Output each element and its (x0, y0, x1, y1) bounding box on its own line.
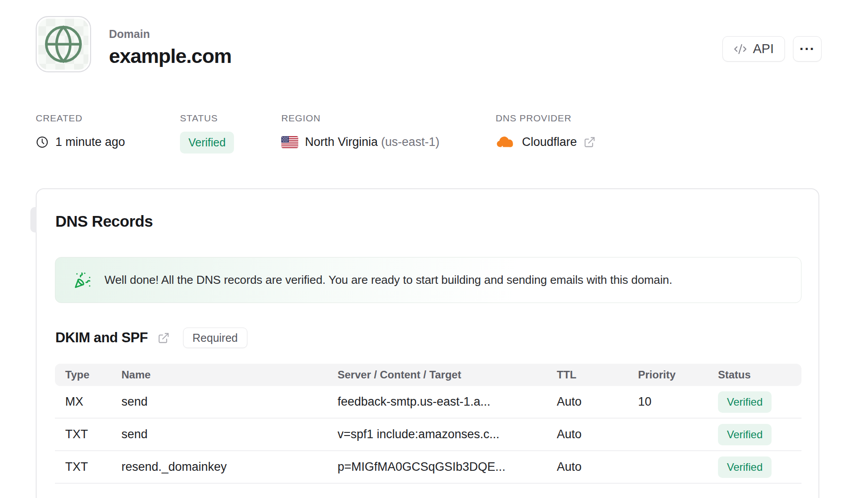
record-ttl: Auto (557, 427, 638, 441)
dkim-spf-title: DKIM and SPF (55, 330, 148, 346)
created-label: CREATED (36, 113, 125, 124)
success-banner-text: Well done! All the DNS records are verif… (104, 273, 672, 287)
status-label: STATUS (180, 113, 234, 124)
dns-provider-value[interactable]: Cloudflare (522, 135, 577, 149)
record-name: resend._domainkey (121, 460, 338, 474)
created-value: 1 minute ago (55, 135, 125, 149)
table-row: MX send feedback-smtp.us-east-1.a... Aut… (55, 386, 801, 419)
page-header: Domain example.com API ··· (36, 16, 822, 72)
globe-icon (43, 24, 84, 65)
party-popper-icon (74, 272, 91, 289)
record-status-badge: Verified (718, 456, 772, 478)
record-status-badge: Verified (718, 424, 772, 445)
status-badge: Verified (180, 132, 234, 154)
domain-meta: CREATED 1 minute ago STATUS Verified REG… (36, 113, 820, 162)
col-priority: Priority (638, 369, 718, 381)
record-name: send (121, 395, 338, 409)
page-title: example.com (109, 45, 231, 68)
col-status: Status (718, 369, 791, 381)
success-banner: Well done! All the DNS records are verif… (55, 257, 801, 303)
dns-records-title: DNS Records (55, 212, 153, 230)
record-content[interactable]: feedback-smtp.us-east-1.a... (338, 395, 557, 409)
record-type: MX (65, 395, 121, 409)
region-value: North Virginia (us-east-1) (305, 135, 439, 149)
record-ttl: Auto (557, 460, 638, 474)
col-ttl: TTL (557, 369, 638, 381)
external-link-icon[interactable] (158, 332, 170, 344)
meta-region: REGION (281, 113, 439, 149)
dns-records-table: Type Name Server / Content / Target TTL … (55, 364, 801, 484)
col-name: Name (121, 369, 338, 381)
record-name: send (121, 427, 338, 441)
meta-status: STATUS Verified (180, 113, 234, 154)
region-label: REGION (281, 113, 439, 124)
code-icon (734, 42, 747, 56)
record-type: TXT (65, 427, 121, 441)
api-button-label: API (753, 42, 774, 56)
section-indicator-tab (30, 207, 37, 232)
table-header-row: Type Name Server / Content / Target TTL … (55, 364, 801, 386)
dkim-spf-section-header: DKIM and SPF Required (55, 328, 247, 348)
domain-avatar (36, 16, 91, 72)
required-badge: Required (183, 328, 247, 348)
record-ttl: Auto (557, 395, 638, 409)
record-content[interactable]: v=spf1 include:amazonses.c... (338, 427, 557, 441)
us-flag-icon (281, 136, 298, 148)
external-link-icon[interactable] (584, 136, 596, 148)
region-code: (us-east-1) (381, 135, 440, 149)
col-content: Server / Content / Target (338, 369, 557, 381)
meta-dns-provider: DNS PROVIDER Cloudflare (496, 113, 596, 149)
table-row: TXT send v=spf1 include:amazonses.c... A… (55, 419, 801, 451)
record-type: TXT (65, 460, 121, 474)
record-content[interactable]: p=MIGfMA0GCSqGSIb3DQE... (338, 460, 557, 474)
table-row: TXT resend._domainkey p=MIGfMA0GCSqGSIb3… (55, 451, 801, 484)
header-actions: API ··· (722, 36, 822, 62)
cloudflare-icon (496, 136, 515, 149)
more-options-button[interactable]: ··· (793, 36, 822, 62)
clock-icon (36, 136, 49, 149)
domain-identity: Domain example.com (36, 16, 231, 72)
meta-created: CREATED 1 minute ago (36, 113, 125, 149)
dns-provider-label: DNS PROVIDER (496, 113, 596, 124)
title-block: Domain example.com (109, 16, 231, 72)
record-status-badge: Verified (718, 391, 772, 413)
ellipsis-icon: ··· (800, 41, 815, 57)
record-priority: 10 (638, 395, 718, 409)
api-button[interactable]: API (722, 36, 785, 62)
dns-records-card: DNS Records Well done! All the DNS recor… (36, 188, 819, 498)
col-type: Type (65, 369, 121, 381)
page-eyebrow: Domain (109, 28, 231, 41)
